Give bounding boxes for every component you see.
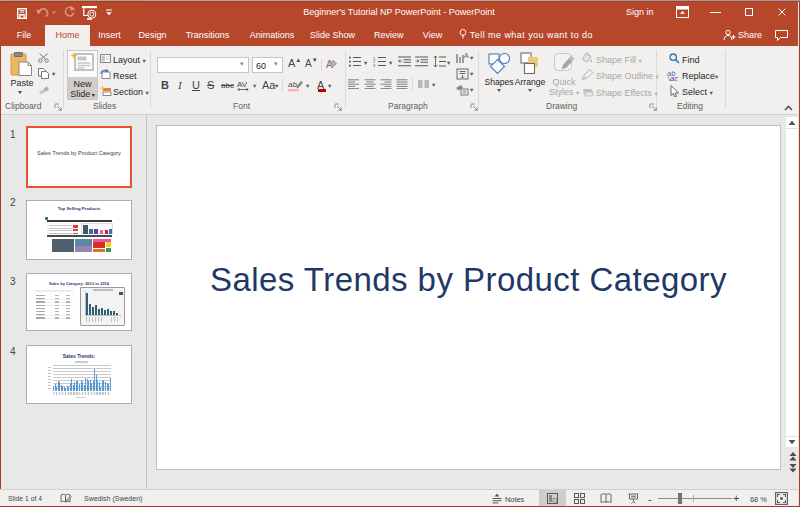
svg-text:AV: AV bbox=[237, 80, 248, 89]
svg-text:A: A bbox=[464, 52, 469, 59]
svg-text:ab: ab bbox=[288, 80, 297, 89]
svg-text:3: 3 bbox=[373, 63, 376, 67]
svg-text:ac: ac bbox=[670, 74, 678, 81]
